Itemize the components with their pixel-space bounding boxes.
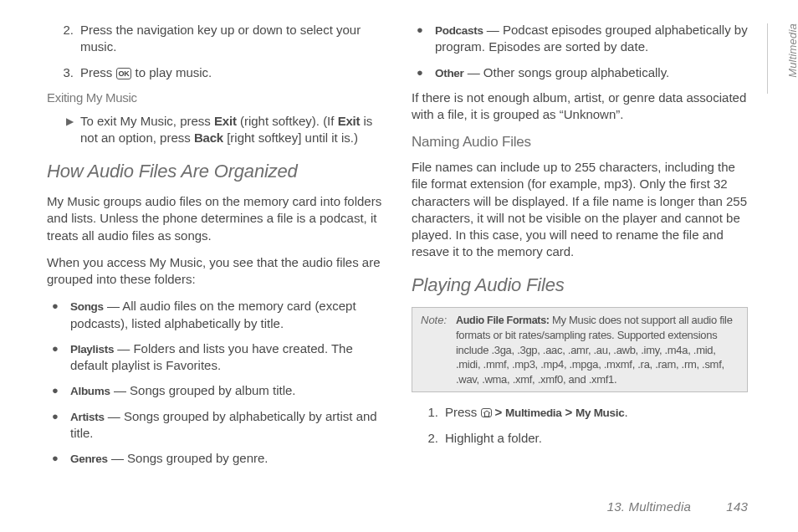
step-number: 1. xyxy=(412,404,445,421)
t: — Songs grouped by genre. xyxy=(108,451,269,465)
folder-item-genres: ● Genres — Songs grouped by genre. xyxy=(47,450,383,467)
heading-playing: Playing Audio Files xyxy=(412,273,748,298)
note-box: Note: Audio File Formats: My Music does … xyxy=(412,307,748,392)
folder-text: Artists — Songs grouped by alphabeticall… xyxy=(70,408,383,442)
bullet-icon: ● xyxy=(412,22,435,56)
body-paragraph: If there is not enough album, artist, or… xyxy=(412,90,748,124)
t: To exit My Music, press xyxy=(80,114,214,128)
folder-item-albums: ● Albums — Songs grouped by album title. xyxy=(47,382,383,399)
ok-key-icon: OK xyxy=(116,68,132,79)
step-item: 3. Press OK to play music. xyxy=(47,64,383,81)
exit-text: To exit My Music, press Exit (right soft… xyxy=(80,113,383,147)
folder-text: Albums — Songs grouped by album title. xyxy=(70,382,383,399)
note-body: Audio File Formats: My Music does not su… xyxy=(456,313,739,386)
step-number: 2. xyxy=(412,430,445,447)
t: — Songs grouped by album title. xyxy=(110,383,296,397)
right-column: ● Podcasts — Podcast episodes grouped al… xyxy=(412,22,748,475)
manual-page: Multimedia 2. Press the navigation key u… xyxy=(0,0,798,532)
step-text: Highlight a folder. xyxy=(445,430,748,447)
step-number: 2. xyxy=(47,22,80,56)
folder-list: ● Songs — All audio files on the memory … xyxy=(47,298,383,467)
t-bold: My Music xyxy=(575,407,624,419)
step-text-pre: Press xyxy=(80,65,116,79)
step-item: 2. Highlight a folder. xyxy=(412,430,748,447)
t: . xyxy=(624,405,627,419)
bullet-icon: ● xyxy=(47,382,70,399)
page-footer: 13. Multimedia 143 xyxy=(607,499,748,515)
folder-item-artists: ● Artists — Songs grouped by alphabetica… xyxy=(47,408,383,442)
footer-chapter: 13. Multimedia xyxy=(607,499,691,514)
exit-instruction: ▶ To exit My Music, press Exit (right so… xyxy=(47,113,383,147)
folder-item-other: ● Other — Other songs group alphabetical… xyxy=(412,64,748,81)
playing-steps: 1. Press > Multimedia > My Music. 2. Hig… xyxy=(412,404,748,447)
subheading-naming: Naming Audio Files xyxy=(412,133,748,152)
heading-how-organized: How Audio Files Are Organized xyxy=(47,159,383,184)
bullet-icon: ● xyxy=(47,408,70,442)
folder-item-playlists: ● Playlists — Folders and lists you have… xyxy=(47,340,383,375)
t-bold: Podcasts xyxy=(435,24,483,37)
t-bold: Multimedia xyxy=(505,407,562,419)
t-sep: > xyxy=(562,405,576,419)
t: — Other songs group alphabetically. xyxy=(464,65,670,79)
step-number: 3. xyxy=(47,64,80,81)
body-paragraph: My Music groups audio files on the memor… xyxy=(47,193,383,244)
folder-list-continued: ● Podcasts — Podcast episodes grouped al… xyxy=(412,22,748,81)
folder-text: Playlists — Folders and lists you have c… xyxy=(70,340,383,375)
step-text-post: to play music. xyxy=(131,65,212,79)
step-item: 1. Press > Multimedia > My Music. xyxy=(412,404,748,421)
t-bold: Exit xyxy=(338,114,361,128)
bullet-icon: ● xyxy=(412,64,435,81)
folder-text: Songs — All audio files on the memory ca… xyxy=(70,298,383,332)
bullet-icon: ● xyxy=(47,298,70,332)
folder-item-podcasts: ● Podcasts — Podcast episodes grouped al… xyxy=(412,22,748,56)
step-text: Press > Multimedia > My Music. xyxy=(445,404,748,421)
t: — All audio files on the memory card (ex… xyxy=(70,299,356,330)
triangle-bullet-icon: ▶ xyxy=(47,113,80,147)
folder-item-songs: ● Songs — All audio files on the memory … xyxy=(47,298,383,332)
home-key-icon xyxy=(481,408,492,417)
t-bold: Exit xyxy=(214,114,237,128)
t-bold: Back xyxy=(194,130,223,145)
t: (right softkey). (If xyxy=(237,114,338,128)
t-bold: Albums xyxy=(70,385,110,397)
bullet-icon: ● xyxy=(47,340,70,375)
footer-page-number: 143 xyxy=(726,499,748,514)
t: Press xyxy=(445,405,481,419)
subheading-exiting: Exiting My Music xyxy=(47,90,383,106)
t-bold: Playlists xyxy=(70,343,114,356)
t: — Songs grouped by alphabetically by art… xyxy=(70,409,377,440)
steps-continued: 2. Press the navigation key up or down t… xyxy=(47,22,383,81)
folder-text: Podcasts — Podcast episodes grouped alph… xyxy=(435,22,748,56)
t-bold: Genres xyxy=(70,453,108,465)
body-paragraph: When you access My Music, you see that t… xyxy=(47,254,383,289)
left-column: 2. Press the navigation key up or down t… xyxy=(47,22,383,475)
side-tab-label: Multimedia xyxy=(785,23,798,78)
step-item: 2. Press the navigation key up or down t… xyxy=(47,22,383,56)
t: [right softkey] until it is.) xyxy=(223,130,358,145)
side-rule xyxy=(767,23,768,94)
t-bold: Audio File Formats: xyxy=(456,315,550,326)
bullet-icon: ● xyxy=(47,450,70,467)
body-paragraph: File names can include up to 255 charact… xyxy=(412,159,748,261)
t-bold: Artists xyxy=(70,411,105,423)
step-text: Press OK to play music. xyxy=(80,64,383,81)
t-sep: > xyxy=(492,405,506,419)
note-label: Note: xyxy=(421,313,456,386)
step-text: Press the navigation key up or down to s… xyxy=(80,22,383,56)
folder-text: Genres — Songs grouped by genre. xyxy=(70,450,383,467)
t-bold: Other xyxy=(435,67,464,79)
t-bold: Songs xyxy=(70,300,104,313)
exit-instruction-list: ▶ To exit My Music, press Exit (right so… xyxy=(47,113,383,147)
folder-text: Other — Other songs group alphabetically… xyxy=(435,64,748,81)
